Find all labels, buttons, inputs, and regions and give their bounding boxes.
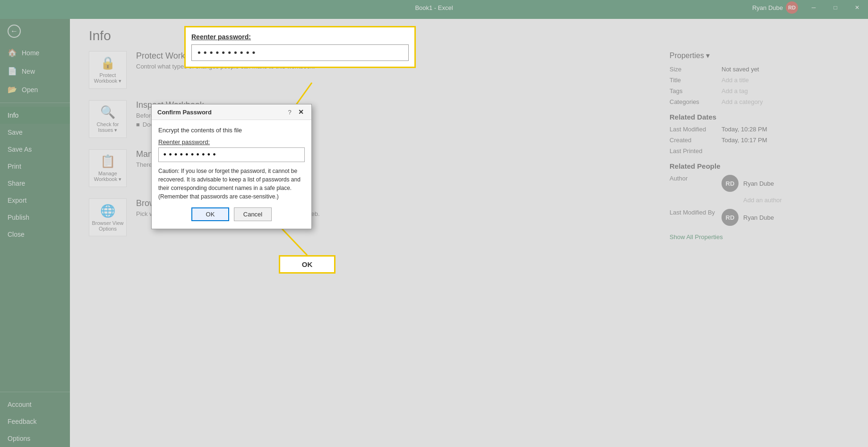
reenter-password-input[interactable] [191,44,409,61]
dialog-pw-label: Reenter password: [158,138,305,146]
overlay [0,0,868,447]
dialog-cancel-button[interactable]: Cancel [234,207,272,221]
ok-highlight-label: OK [302,260,313,268]
confirm-password-dialog: Confirm Password ? ✕ Encrypt the content… [151,104,312,229]
dialog-ok-button[interactable]: OK [191,207,229,221]
dialog-caution-text: Caution: If you lose or forget the passw… [158,167,305,201]
dialog-titlebar: Confirm Password ? ✕ [152,104,311,120]
dialog-title: Confirm Password [157,109,212,116]
reenter-password-highlight: Reenter password: [184,26,416,68]
reenter-label: Reenter password: [191,33,409,41]
dialog-help-button[interactable]: ? [285,109,294,116]
dialog-body: Encrypt the contents of this file Reente… [152,120,311,229]
dialog-footer: OK Cancel [158,207,305,222]
dialog-close-button[interactable]: ✕ [296,108,306,116]
dialog-password-input[interactable] [158,147,305,162]
dialog-controls: ? ✕ [285,108,306,116]
ok-highlight-box[interactable]: OK [279,255,335,274]
dialog-encrypt-label: Encrypt the contents of this file [158,127,305,134]
